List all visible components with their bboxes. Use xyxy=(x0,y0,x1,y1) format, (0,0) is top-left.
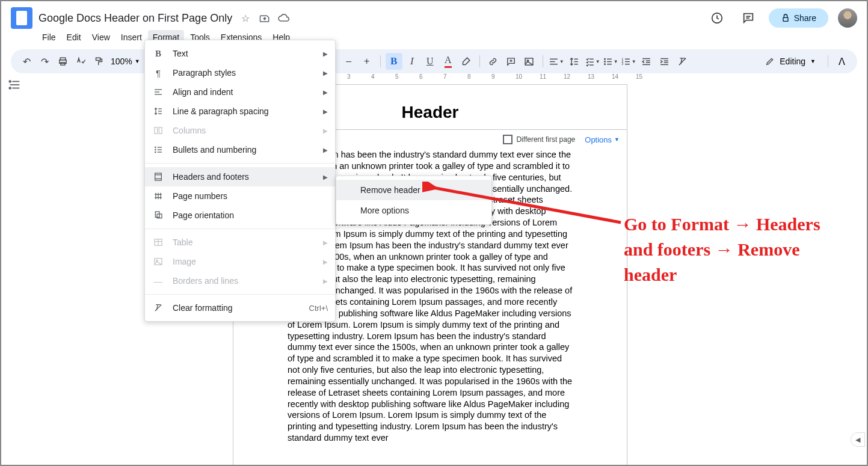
history-icon[interactable] xyxy=(706,7,728,29)
svg-rect-52 xyxy=(155,127,158,134)
checkbox-icon[interactable] xyxy=(503,135,512,144)
options-label: Options xyxy=(585,135,612,144)
svg-rect-68 xyxy=(155,212,159,217)
clear-format-button[interactable] xyxy=(674,53,691,70)
bold-button[interactable]: B xyxy=(386,53,402,70)
submenu-arrow-icon: ▶ xyxy=(323,239,328,246)
svg-rect-3 xyxy=(783,17,788,21)
line-spacing-button[interactable] xyxy=(566,53,583,70)
submenu-arrow-icon: ▶ xyxy=(323,89,328,96)
underline-button[interactable]: U xyxy=(422,53,439,70)
different-first-page-label: Different first page xyxy=(516,135,575,144)
submenu-arrow-icon: ▶ xyxy=(323,259,328,265)
docs-logo-icon[interactable] xyxy=(11,7,32,29)
menu-item-headers-footers[interactable]: Headers and footers ▶ xyxy=(145,167,335,186)
table-icon xyxy=(152,236,164,248)
submenu-arrow-icon: ▶ xyxy=(323,70,328,76)
columns-icon xyxy=(152,124,164,136)
menu-file[interactable]: File xyxy=(37,30,61,44)
redo-button[interactable]: ↷ xyxy=(36,53,53,70)
menu-item-table: Table ▶ xyxy=(145,233,335,252)
editing-mode-label: Editing xyxy=(780,57,805,66)
different-first-page-checkbox[interactable]: Different first page xyxy=(503,135,575,144)
title-bar: Google Docs Header on First Page Only ☆ … xyxy=(1,1,867,30)
text-color-button[interactable]: A xyxy=(440,53,457,70)
svg-point-54 xyxy=(155,147,156,147)
toolbar: ↶ ↷ 100%▼ – + B I U A ▼ ▼ ▼ 123▼ Editing… xyxy=(11,49,857,73)
annotation-text: Go to Format → Headers and footers → Rem… xyxy=(624,212,852,287)
submenu-remove-header[interactable]: Remove header xyxy=(336,180,491,200)
menu-item-paragraph-styles[interactable]: ¶ Paragraph styles ▶ xyxy=(145,63,335,82)
bullet-list-button[interactable]: ▼ xyxy=(602,53,619,70)
header-options-dropdown[interactable]: Options ▼ xyxy=(585,135,620,144)
account-avatar[interactable] xyxy=(838,8,857,28)
menu-item-page-numbers[interactable]: Page numbers xyxy=(145,186,335,206)
italic-button[interactable]: I xyxy=(404,53,420,70)
clear-format-icon xyxy=(152,302,164,314)
shortcut-label: Ctrl+\ xyxy=(309,304,328,313)
print-button[interactable] xyxy=(54,53,71,70)
menu-item-line-spacing[interactable]: Line & paragraph spacing ▶ xyxy=(145,102,335,121)
svg-point-45 xyxy=(9,87,11,89)
comments-icon[interactable] xyxy=(737,7,759,29)
align-button[interactable]: ▼ xyxy=(548,53,565,70)
format-dropdown-menu: B Text ▶ ¶ Paragraph styles ▶ Align and … xyxy=(144,40,336,322)
menu-item-bullets-numbering[interactable]: Bullets and numbering ▶ xyxy=(145,140,335,159)
menu-edit[interactable]: Edit xyxy=(62,30,86,44)
share-button[interactable]: Share xyxy=(769,8,828,28)
page-orientation-icon xyxy=(152,209,164,221)
line-spacing-icon xyxy=(152,105,164,117)
font-size-decrease[interactable]: – xyxy=(340,53,357,70)
decrease-indent-button[interactable] xyxy=(638,53,655,70)
svg-rect-53 xyxy=(159,127,162,134)
move-icon[interactable] xyxy=(259,12,271,24)
menu-item-image: Image ▶ xyxy=(145,252,335,271)
add-comment-button[interactable] xyxy=(503,53,520,70)
menu-item-clear-formatting[interactable]: Clear formatting Ctrl+\ xyxy=(145,298,335,317)
submenu-arrow-icon: ▶ xyxy=(323,127,328,134)
numbered-list-button[interactable]: 123▼ xyxy=(620,53,637,70)
submenu-arrow-icon: ▶ xyxy=(323,51,328,57)
zoom-value: 100% xyxy=(111,57,132,66)
checklist-button[interactable]: ▼ xyxy=(584,53,601,70)
svg-rect-7 xyxy=(96,58,100,60)
insert-link-button[interactable] xyxy=(485,53,502,70)
borders-icon: — xyxy=(152,275,164,287)
collapse-toolbar-button[interactable]: ᐱ xyxy=(833,53,850,70)
document-outline-icon[interactable] xyxy=(8,78,22,93)
svg-point-23 xyxy=(605,64,605,64)
list-icon xyxy=(152,144,164,156)
image-icon xyxy=(152,256,164,268)
bold-icon: B xyxy=(152,48,164,60)
cloud-status-icon[interactable] xyxy=(278,12,290,24)
menu-item-columns: Columns ▶ xyxy=(145,121,335,140)
insert-image-button[interactable] xyxy=(521,53,538,70)
paint-format-button[interactable] xyxy=(90,53,107,70)
submenu-more-options[interactable]: More options xyxy=(336,200,491,221)
undo-button[interactable]: ↶ xyxy=(18,53,35,70)
editing-mode-button[interactable]: Editing ▼ xyxy=(758,54,823,69)
svg-rect-60 xyxy=(155,173,162,180)
side-panel-show-button[interactable]: ◀ xyxy=(851,432,865,447)
increase-indent-button[interactable] xyxy=(656,53,673,70)
document-title[interactable]: Google Docs Header on First Page Only xyxy=(38,12,232,25)
menu-view[interactable]: View xyxy=(87,30,115,44)
highlight-button[interactable] xyxy=(458,53,475,70)
header-text[interactable]: Header xyxy=(402,103,459,121)
svg-point-21 xyxy=(605,58,605,59)
menu-insert[interactable]: Insert xyxy=(116,30,147,44)
headers-footers-icon xyxy=(152,171,164,183)
svg-point-55 xyxy=(155,149,156,150)
zoom-select[interactable]: 100%▼ xyxy=(108,57,143,66)
star-icon[interactable]: ☆ xyxy=(239,12,251,24)
font-size-increase[interactable]: + xyxy=(359,53,375,70)
menu-item-page-orientation[interactable]: Page orientation xyxy=(145,206,335,225)
pencil-icon xyxy=(765,57,775,66)
menu-item-align-indent[interactable]: Align and indent ▶ xyxy=(145,82,335,102)
svg-text:3: 3 xyxy=(621,63,623,66)
submenu-arrow-icon: ▶ xyxy=(323,108,328,115)
svg-point-22 xyxy=(605,61,605,61)
menu-item-text[interactable]: B Text ▶ xyxy=(145,44,335,63)
spellcheck-button[interactable] xyxy=(72,53,89,70)
svg-point-56 xyxy=(155,152,156,152)
